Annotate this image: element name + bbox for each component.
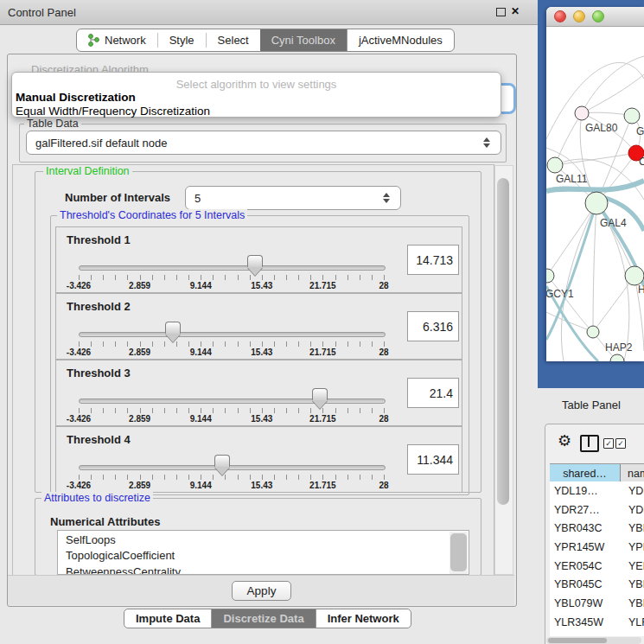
threshold-2-value-field[interactable]: 6.316 xyxy=(407,311,459,341)
dropdown-option-equal-width-frequency[interactable]: Equal Width/Frequency Discretization xyxy=(16,105,210,118)
tab-select[interactable]: Select xyxy=(207,29,260,51)
node-top-right[interactable] xyxy=(624,108,640,124)
float-window-icon[interactable] xyxy=(496,8,506,16)
tick-label: 15.43 xyxy=(251,481,272,490)
tick-label: 21.715 xyxy=(309,281,336,290)
tick-label: 9.144 xyxy=(190,281,212,290)
node-gcy1[interactable] xyxy=(546,269,554,283)
gear-icon[interactable]: ⚙ xyxy=(558,433,571,449)
tick-label: -3.426 xyxy=(67,281,91,290)
threshold-1-value-field[interactable]: 14.713 xyxy=(407,245,459,275)
numerical-attributes-label: Numerical Attributes xyxy=(50,515,160,528)
tab-network[interactable]: Network xyxy=(77,29,157,51)
control-panel-titlebar: Control Panel xyxy=(0,0,538,25)
table-data-combobox[interactable]: galFiltered.sif default node xyxy=(26,131,501,155)
cell-name: YPR145W xyxy=(624,541,644,553)
tick-label: 9.144 xyxy=(190,348,212,357)
cell-shared-name: YBL079W xyxy=(550,597,624,609)
tick-label: 2.859 xyxy=(129,481,150,490)
vertical-scrollbar-thumb[interactable] xyxy=(497,178,509,505)
node-hap2[interactable] xyxy=(587,326,599,338)
horizontal-scrollbar[interactable] xyxy=(546,637,641,644)
slider-track[interactable] xyxy=(79,265,386,271)
slider-thumb[interactable] xyxy=(312,388,328,409)
list-scrollbar[interactable] xyxy=(450,532,468,575)
apply-button[interactable]: Apply xyxy=(232,581,291,601)
slider-tick-labels: -3.426 2.859 9.144 15.43 21.715 28 xyxy=(79,414,384,424)
node-gal11[interactable] xyxy=(547,157,563,173)
threshold-3-value-field[interactable]: 21.4 xyxy=(407,378,459,408)
table-row[interactable]: YDL19… YDL194W xyxy=(550,481,644,501)
number-of-intervals-spinner[interactable]: 5 xyxy=(185,186,401,210)
node-label-hap2: HAP2 xyxy=(605,341,633,354)
table-row[interactable]: YER054C YER054C xyxy=(550,557,644,576)
table-row[interactable]: YBR045C YBR045C xyxy=(550,575,644,594)
table-row[interactable]: YLR345W YLR345W xyxy=(550,613,644,632)
checkbox-icon[interactable]: ✓ xyxy=(615,438,626,449)
vertical-scrollbar[interactable] xyxy=(494,165,513,575)
column-header-name[interactable]: name xyxy=(621,464,644,482)
list-item[interactable]: SelfLoops xyxy=(58,531,469,547)
table-data-selected-value: galFiltered.sif default node xyxy=(27,137,481,150)
network-icon xyxy=(88,34,99,47)
tick-label: 2.859 xyxy=(129,348,150,357)
threshold-2-label: Threshold 2 xyxy=(67,300,131,313)
tab-discretize-data[interactable]: Discretize Data xyxy=(211,609,315,628)
control-panel-title: Control Panel xyxy=(8,6,76,19)
node-gal80[interactable] xyxy=(575,106,589,120)
tab-jactivemnodules[interactable]: jActiveMNodules xyxy=(347,29,454,51)
close-traffic-light[interactable] xyxy=(554,10,566,22)
tab-cyni-toolbox[interactable]: Cyni Toolbox xyxy=(260,29,347,51)
cell-shared-name: YIL052C xyxy=(550,634,624,636)
cell-shared-name: YPR145W xyxy=(550,541,624,553)
tab-style[interactable]: Style xyxy=(158,29,206,51)
threshold-4-value-field[interactable]: 11.344 xyxy=(407,444,459,475)
slider-tick-labels: -3.426 2.859 9.144 15.43 21.715 28 xyxy=(79,281,384,290)
slider-ticks xyxy=(79,341,385,347)
spinner-arrows-icon xyxy=(380,193,392,203)
column-header-shared-name[interactable]: shared… xyxy=(550,464,621,482)
slider-thumb[interactable] xyxy=(214,455,230,475)
tab-select-label: Select xyxy=(218,34,249,47)
cell-shared-name: YLR345W xyxy=(550,616,624,628)
node-label-cut-mid: C xyxy=(639,156,644,168)
slider-thumb[interactable] xyxy=(165,322,181,342)
horizontal-scrollbar-thumb[interactable] xyxy=(548,638,607,643)
list-item[interactable]: BetweennessCentrality xyxy=(58,563,469,575)
table-row[interactable]: YIL052C YIL052C xyxy=(550,632,644,637)
close-icon[interactable]: ✕ xyxy=(511,5,520,17)
zoom-traffic-light[interactable] xyxy=(592,10,604,22)
dropdown-option-manual-discretization[interactable]: Manual Discretization xyxy=(16,91,136,104)
slider-track[interactable] xyxy=(79,399,386,404)
table-row[interactable]: YBR043C YBR043C xyxy=(550,519,644,538)
tab-impute-data[interactable]: Impute Data xyxy=(124,609,211,628)
node-right-h[interactable] xyxy=(625,266,644,285)
network-canvas[interactable]: GAL80 GA C GAL11 GAL4 GCY1 HA HAP2 xyxy=(546,27,644,361)
attributes-group-title: Attributes to discretize xyxy=(41,492,153,504)
slider-thumb[interactable] xyxy=(247,255,263,276)
network-window-titlebar[interactable] xyxy=(546,7,644,27)
interval-definition-title: Interval Definition xyxy=(43,165,132,177)
tick-label: 28 xyxy=(379,414,388,424)
tick-label: 9.144 xyxy=(190,481,212,490)
table-row[interactable]: YBL079W YBL079W xyxy=(550,594,644,613)
checkbox-icon[interactable]: ✓ xyxy=(603,438,614,449)
node-label-cut-h: HA xyxy=(638,284,644,296)
list-scrollbar-thumb[interactable] xyxy=(450,533,467,571)
slider-track[interactable] xyxy=(79,465,386,470)
node-gal4[interactable] xyxy=(585,192,608,214)
cell-name: YDL194W xyxy=(624,485,644,497)
table-row[interactable]: YDR27… YDR277C xyxy=(550,501,644,520)
tab-infer-network[interactable]: Infer Network xyxy=(316,609,411,628)
numerical-attributes-list[interactable]: SelfLoops TopologicalCoefficient Between… xyxy=(57,530,469,575)
slider-track[interactable] xyxy=(79,332,386,337)
tab-jactivemnodules-label: jActiveMNodules xyxy=(359,34,443,47)
split-panel-icon[interactable] xyxy=(580,435,599,452)
table-row[interactable]: YPR145W YPR145W xyxy=(550,538,644,557)
table-panel-title: Table Panel xyxy=(562,399,621,411)
tick-label: -3.426 xyxy=(67,481,91,490)
minimize-traffic-light[interactable] xyxy=(573,10,585,22)
list-item[interactable]: TopologicalCoefficient xyxy=(58,547,469,564)
tick-label: 9.144 xyxy=(190,414,212,424)
combo-arrows-icon xyxy=(481,137,493,148)
